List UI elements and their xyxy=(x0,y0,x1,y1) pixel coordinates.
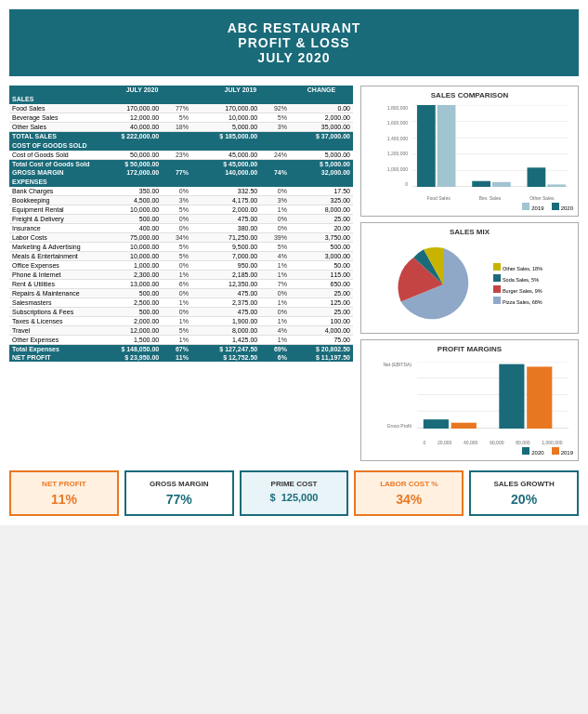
svg-rect-11 xyxy=(547,184,566,187)
expenses-label: EXPENSES xyxy=(9,177,353,187)
row-name: Equipment Rental xyxy=(9,205,93,215)
total-sales-val2019: $ 185,000.00 xyxy=(191,132,260,141)
pm-x-labels: 0 20,000 40,000 60,000 80,000 1,000,000 xyxy=(417,440,568,445)
kpi-prime-cost-value: $ 125,000 xyxy=(245,492,344,503)
svg-rect-19 xyxy=(499,364,524,429)
section-sales: SALES xyxy=(9,94,353,104)
svg-rect-6 xyxy=(417,105,436,187)
table-row: Equipment Rental 10,000.00 5% 2,000.00 1… xyxy=(9,205,353,215)
kpi-gross-margin: GROSS MARGIN 77% xyxy=(124,470,234,516)
total-expenses-row: Total Expenses $ 148,050.00 67% $ 127,24… xyxy=(9,345,353,354)
svg-rect-9 xyxy=(492,182,511,187)
row-name: Bank Charges xyxy=(9,187,93,196)
table-row: Bookkeeping 4,500.00 3% 4,175.00 3% 325.… xyxy=(9,196,353,205)
table-row: Salesmasters 2,500.00 1% 2,375.00 1% 125… xyxy=(9,298,353,308)
row-name: Labor Costs xyxy=(9,233,93,243)
chart-legend: 2019 2020 xyxy=(366,203,573,211)
profit-margins-chart: PROFIT MARGINS xyxy=(360,339,579,461)
row-name: Repairs & Maintenance xyxy=(9,289,93,298)
row-name: Freight & Delivery xyxy=(9,215,93,224)
gross-margin-pct: 77% xyxy=(162,168,191,177)
row-val: 170,000.00 xyxy=(93,104,162,113)
pie-legend: Other Sales, 18% Soda Sales, 5% Burger S… xyxy=(493,263,542,305)
kpi-sales-growth-value: 20% xyxy=(475,492,573,507)
table-row: Freight & Delivery 500.00 0% 475.00 0% 2… xyxy=(9,215,353,224)
page: ABC RESTAURANT PROFIT & LOSS JULY 2020 J… xyxy=(0,0,588,525)
row-val: 170,000.00 xyxy=(191,104,260,113)
kpi-sales-growth: SALES GROWTH 20% xyxy=(469,470,579,516)
col-header-change: CHANGE xyxy=(290,86,353,94)
section-expenses: EXPENSES xyxy=(9,177,353,187)
table-row: Other Expenses 1,500.00 1% 1,425.00 1% 7… xyxy=(9,336,353,345)
row-val: 40,000.00 xyxy=(93,123,162,132)
net-profit-row: NET PROFIT $ 23,950.00 11% $ 12,752.50 6… xyxy=(9,353,353,362)
pm-legend-2019-icon xyxy=(552,447,559,455)
table-row: Subscriptions & Fees 500.00 0% 475.00 0%… xyxy=(9,308,353,317)
sales-mix-chart: SALES MIX Other xyxy=(360,222,579,334)
total-cogs-row: Total Cost of Goods Sold $ 50,000.00 $ 4… xyxy=(9,160,353,169)
pie-container: Other Sales, 18% Soda Sales, 5% Burger S… xyxy=(366,240,573,328)
kpi-net-profit: NET PROFIT 11% xyxy=(9,470,119,516)
row-pct: 23% xyxy=(162,151,191,160)
row-change: 5,000.00 xyxy=(290,151,353,160)
report-period: JULY 2020 xyxy=(9,50,579,65)
total-sales-change: $ 37,000.00 xyxy=(290,132,353,141)
sales-label: SALES xyxy=(9,94,353,104)
gross-margin-val2019: 140,000.00 xyxy=(191,168,260,177)
total-cogs-val2019: $ 45,000.00 xyxy=(191,160,260,169)
row-val: 5,000.00 xyxy=(191,123,260,132)
table-row: Beverage Sales 12,000.00 5% 10,000.00 5%… xyxy=(9,113,353,123)
col-header-july2020: JULY 2020 xyxy=(93,86,191,94)
table-row: Meals & Entertainment 10,000.00 5% 7,000… xyxy=(9,252,353,261)
kpi-prime-cost: PRIME COST $ 125,000 xyxy=(240,470,349,516)
y-axis-labels: 1,800,000 1,600,000 1,400,000 1,200,000 … xyxy=(366,105,411,187)
row-pct: 5% xyxy=(162,113,191,123)
kpi-net-profit-label: NET PROFIT xyxy=(15,480,113,488)
x-axis-labels: Food Sales Bev. Sales Other Sales xyxy=(412,195,568,201)
row-name: Phone & Internet xyxy=(9,271,93,280)
table-row: Marketing & Advertising 10,000.00 5% 9,5… xyxy=(9,243,353,252)
burger-sales-icon xyxy=(493,285,501,293)
main-content: JULY 2020 JULY 2019 CHANGE SALES Food Sa… xyxy=(9,86,579,461)
total-expenses-label: Total Expenses xyxy=(9,345,93,354)
table-row: Rent & Utilities 13,000.00 6% 12,350.00 … xyxy=(9,280,353,289)
legend-2019-label: 2019 xyxy=(531,205,543,211)
total-sales-label: TOTAL SALES xyxy=(9,132,93,141)
row-name: Beverage Sales xyxy=(9,113,93,123)
row-name: Other Sales xyxy=(9,123,93,132)
kpi-labor-cost: LABOR COST % 34% xyxy=(354,470,464,516)
total-cogs-change: $ 5,000.00 xyxy=(290,160,353,169)
row-name: Subscriptions & Fees xyxy=(9,308,93,317)
col-header-name xyxy=(9,86,93,94)
row-name: Marketing & Advertising xyxy=(9,243,93,252)
sales-comparison-svg xyxy=(412,105,568,187)
profit-margins-title: PROFIT MARGINS xyxy=(366,345,573,353)
svg-rect-17 xyxy=(424,419,449,429)
pie-chart-svg xyxy=(397,243,490,326)
svg-rect-8 xyxy=(472,181,490,187)
table-row: Travel 12,000.00 5% 8,000.00 4% 4,000.00 xyxy=(9,326,353,336)
gross-margin-change: 32,000.00 xyxy=(290,168,353,177)
row-name: Insurance xyxy=(9,224,93,233)
gross-margin-val: 172,000.00 xyxy=(93,168,162,177)
row-name: Other Expenses xyxy=(9,336,93,345)
legend-2020-icon xyxy=(552,203,559,210)
row-pct: 3% xyxy=(260,123,290,132)
kpi-labor-cost-label: LABOR COST % xyxy=(359,480,458,488)
table-row: Labor Costs 75,000.00 34% 71,250.00 39% … xyxy=(9,233,353,243)
pm-legend-2020-label: 2020 xyxy=(531,450,543,456)
table-row: Repairs & Maintenance 500.00 0% 475.00 0… xyxy=(9,289,353,298)
table-row: Food Sales 170,000.00 77% 170,000.00 92%… xyxy=(9,104,353,113)
net-profit-label: NET PROFIT xyxy=(9,353,93,362)
pm-legend-2020-icon xyxy=(522,447,529,455)
section-cogs: COST OF GOODS SOLD xyxy=(9,140,353,151)
sales-comparison-title: SALES COMPARISON xyxy=(366,91,573,99)
table-row: Taxes & Licenses 2,000.00 1% 1,900.00 1%… xyxy=(9,317,353,326)
svg-rect-18 xyxy=(451,423,477,429)
total-cogs-label: Total Cost of Goods Sold xyxy=(9,160,93,169)
row-change: 0.00 xyxy=(290,104,353,113)
pm-legend: 2020 2019 xyxy=(366,447,573,456)
table-row: Cost of Goods Sold 50,000.00 23% 45,000.… xyxy=(9,151,353,160)
pm-y-labels: Net (EBITDA) Gross Profit xyxy=(366,362,414,429)
pm-legend-2019-label: 2019 xyxy=(561,450,573,456)
